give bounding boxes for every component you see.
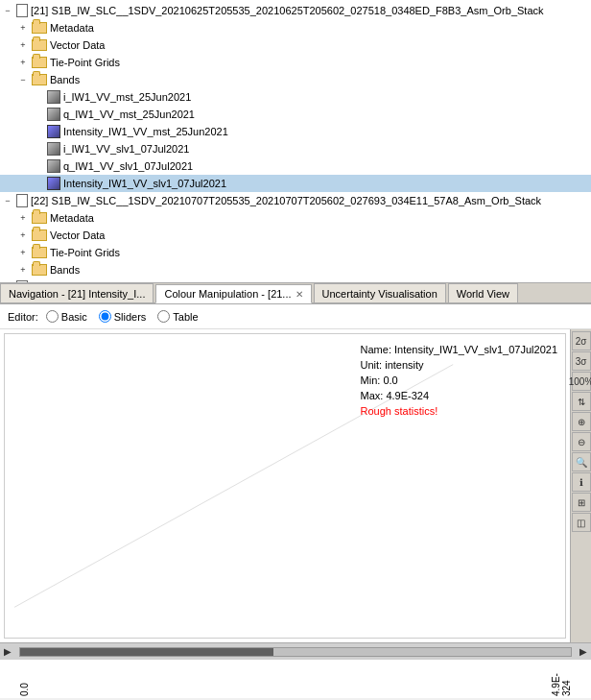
tree-item[interactable]: i_IW1_VV_mst_25Jun2021 (0, 88, 591, 106)
hundred-percent-icon[interactable]: 100% (572, 372, 591, 391)
tree-item[interactable]: −Bands (0, 71, 591, 88)
tree-item[interactable]: −[21] S1B_IW_SLC__1SDV_20210625T205535_2… (0, 2, 591, 19)
search-icon[interactable]: 🔍 (572, 452, 591, 471)
tree-item-label: Tie-Point Grids (50, 247, 120, 258)
tree-expand-btn[interactable]: + (17, 22, 29, 34)
tree-item[interactable]: q_IW1_VV_mst_25Jun2021 (0, 106, 591, 123)
radio-basic[interactable]: Basic (46, 310, 87, 323)
band-icon (47, 142, 60, 156)
slider-arrow-left[interactable]: ▶ (4, 646, 12, 657)
tree-expand-btn[interactable]: + (17, 212, 29, 224)
folder-icon (32, 247, 47, 258)
tab-tab4[interactable]: World View (448, 283, 518, 302)
tree-expand-btn[interactable]: − (17, 74, 29, 85)
tree-expand-btn[interactable]: + (17, 39, 29, 51)
radio-label-sliders: Sliders (114, 311, 147, 323)
tree-expand-btn[interactable]: + (17, 264, 29, 276)
tree-item-label: Intensity_IW1_VV_slv1_07Jul2021 (63, 178, 226, 189)
tab-close-btn[interactable]: ✕ (296, 289, 303, 300)
tab-label: Navigation - [21] Intensity_I... (9, 288, 145, 300)
radio-label-basic: Basic (61, 311, 87, 323)
chart-inner: Name: Intensity_IW1_VV_slv1_07Jul2021 Un… (5, 334, 565, 638)
slider-min-label: 0.0 (19, 660, 30, 698)
zoom-out-icon[interactable]: ⊖ (572, 432, 591, 451)
grid-icon[interactable]: ⊞ (572, 493, 591, 512)
radio-sliders[interactable]: Sliders (99, 310, 147, 323)
slider-max-label: 4.9E-324 (551, 660, 572, 698)
tab-label: Colour Manipulation - [21... (164, 288, 291, 300)
right-sidebar: 2σ3σ100%⇅⊕⊖🔍ℹ⊞◫ (570, 329, 591, 642)
tree-item[interactable]: +Vector Data (0, 227, 591, 244)
folder-icon (32, 264, 47, 276)
tree-expand-btn[interactable] (33, 126, 44, 137)
tree-item-label: i_IW1_VV_mst_25Jun2021 (63, 91, 191, 103)
tree-item[interactable]: +Tie-Point Grids (0, 244, 591, 261)
tab-tab1[interactable]: Navigation - [21] Intensity_I... (0, 283, 154, 302)
tree-expand-btn[interactable] (33, 178, 44, 189)
folder-icon (32, 57, 47, 68)
tree-item-label: [21] S1B_IW_SLC__1SDV_20210625T205535_20… (31, 5, 544, 16)
tree-item[interactable]: +Tie-Point Grids (0, 54, 591, 71)
tree-expand-btn[interactable] (33, 143, 44, 155)
tree-item[interactable]: i_IW1_VV_slv1_07Jul2021 (0, 140, 591, 157)
split-icon[interactable]: ◫ (572, 513, 591, 532)
info-icon[interactable]: ℹ (572, 472, 591, 492)
info-name: Name: Intensity_IW1_VV_slv1_07Jul2021 (361, 342, 557, 357)
tree-item[interactable]: +Vector Data (0, 36, 591, 54)
radio-group: BasicSlidersTable (46, 310, 199, 323)
tree-item-label: Intensity_IW1_VV_mst_25Jun2021 (63, 126, 228, 137)
editor-row: Editor: BasicSlidersTable (0, 304, 591, 329)
radio-label-table: Table (173, 311, 198, 323)
radio-table[interactable]: Table (157, 310, 198, 323)
tree-expand-btn[interactable]: − (2, 195, 13, 206)
editor-label: Editor: (8, 311, 38, 323)
sigma2-icon[interactable]: 2σ (572, 331, 591, 350)
info-max: Max: 4.9E-324 (361, 388, 557, 403)
tree-item[interactable]: +Bands (0, 261, 591, 278)
tree-item-label: q_IW1_VV_mst_25Jun2021 (63, 109, 195, 120)
tree-expand-btn[interactable]: + (17, 229, 29, 241)
zoom-in-icon[interactable]: ⊕ (572, 412, 591, 431)
tree-expand-btn[interactable] (33, 91, 44, 103)
file-tree: −[21] S1B_IW_SLC__1SDV_20210625T205535_2… (0, 0, 591, 283)
band-icon (47, 90, 60, 104)
tab-tab2[interactable]: Colour Manipulation - [21...✕ (155, 284, 311, 303)
radio-input-table[interactable] (157, 310, 170, 323)
info-unit: Unit: intensity (361, 357, 557, 373)
file-icon (16, 194, 28, 207)
tree-item-label: Vector Data (50, 39, 105, 51)
band-icon (47, 108, 60, 121)
file-icon (16, 4, 28, 17)
tree-item[interactable]: Intensity_IW1_VV_mst_25Jun2021 (0, 123, 591, 140)
tree-item[interactable]: +Metadata (0, 209, 591, 227)
slider-track[interactable] (19, 647, 572, 657)
tree-expand-btn[interactable]: + (17, 57, 29, 68)
chart-area: Name: Intensity_IW1_VV_slv1_07Jul2021 Un… (4, 333, 566, 639)
tree-expand-btn[interactable] (33, 160, 44, 172)
tree-item[interactable]: +Metadata (0, 19, 591, 36)
bottom-panel: Editor: BasicSlidersTable Name: Intensit… (0, 304, 591, 698)
band-special-icon (47, 177, 60, 190)
tree-item[interactable]: −[22] S1B_IW_SLC__1SDV_20210707T205535_2… (0, 192, 591, 209)
tree-item-label: q_IW1_VV_slv1_07Jul2021 (63, 160, 193, 172)
info-min: Min: 0.0 (361, 373, 557, 388)
tab-bar: Navigation - [21] Intensity_I...Colour M… (0, 283, 591, 304)
tab-tab3[interactable]: Uncertainty Visualisation (314, 283, 446, 302)
radio-input-sliders[interactable] (99, 310, 111, 323)
tree-expand-btn[interactable]: + (17, 247, 29, 258)
tree-expand-btn[interactable]: − (2, 5, 13, 16)
tree-item[interactable]: q_IW1_VV_slv1_07Jul2021 (0, 157, 591, 175)
tree-expand-btn[interactable] (33, 109, 44, 120)
radio-input-basic[interactable] (46, 310, 59, 323)
tab-label: Uncertainty Visualisation (322, 288, 437, 300)
tree-item[interactable]: Intensity_IW1_VV_slv1_07Jul2021 (0, 175, 591, 192)
sigma3-icon[interactable]: 3σ (572, 351, 591, 371)
arrows-icon[interactable]: ⇅ (572, 392, 591, 411)
slider-arrow-right[interactable]: ▶ (579, 646, 587, 657)
folder-icon (32, 39, 47, 51)
tree-item-label: Bands (50, 74, 80, 85)
tree-item-label: [22] S1B_IW_SLC__1SDV_20210707T205535_20… (31, 195, 541, 206)
tree-item-label: Tie-Point Grids (50, 57, 120, 68)
tab-label: World View (457, 288, 509, 300)
content-area: Name: Intensity_IW1_VV_slv1_07Jul2021 Un… (0, 329, 591, 642)
